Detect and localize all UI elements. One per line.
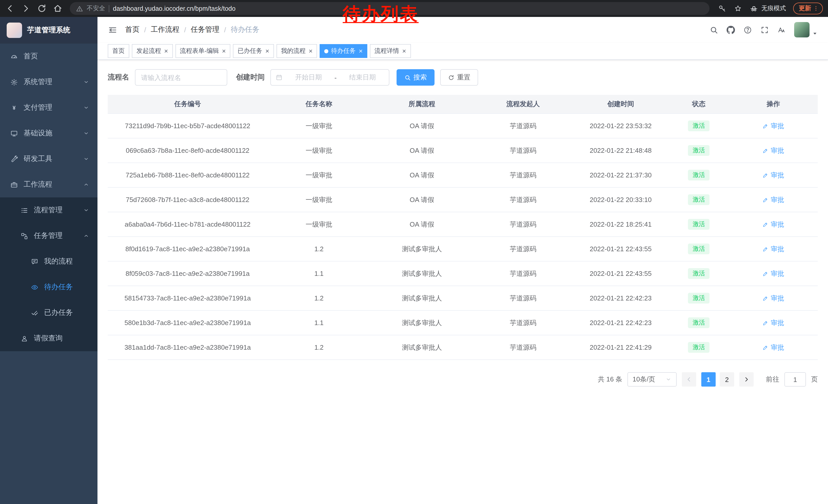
sidebar-item-my-process[interactable]: 我的流程 [0,249,97,274]
sidebar-item-process-manage[interactable]: 流程管理 [0,197,97,223]
tab-item[interactable]: 已办任务× [233,44,274,58]
cell-starter: 芋道源码 [473,261,573,286]
breadcrumb-separator: / [144,26,146,34]
back-icon[interactable] [5,4,15,13]
sidebar-item-dev-tools[interactable]: 研发工具 [0,146,97,172]
approve-link[interactable]: 审批 [762,121,784,131]
approve-link[interactable]: 审批 [762,195,784,204]
tabs-bar: 首页发起流程×流程表单-编辑×已办任务×我的流程×待办任务×流程详情× [97,43,828,60]
cell-starter: 芋道源码 [473,187,573,212]
approve-link[interactable]: 审批 [762,146,784,155]
reset-button[interactable]: 重置 [440,69,478,86]
process-name-input[interactable] [135,69,227,86]
approve-label: 审批 [771,220,784,229]
yen-icon: ¥ [10,104,18,111]
sidebar-item-home[interactable]: 首页 [0,44,97,69]
cell-create-time: 2022-01-22 21:37:30 [573,163,669,187]
cell-create-time: 2022-01-22 21:48:48 [573,138,669,163]
cell-action: 审批 [729,286,818,311]
header-right [709,22,818,37]
cell-task-name: 一级审批 [267,113,370,138]
table-row: 75d72608-7b7f-11ec-a3c8-acde48001122一级审批… [108,187,818,212]
sidebar-item-payment-manage[interactable]: ¥支付管理 [0,95,97,121]
search-button[interactable]: 搜索 [397,69,434,86]
fullscreen-icon[interactable] [760,26,769,34]
update-button[interactable]: 更新 [793,3,823,14]
cell-starter: 芋道源码 [473,286,573,311]
tab-item[interactable]: 首页 [108,44,129,58]
close-icon[interactable]: × [402,48,406,54]
tab-item[interactable]: 待办任务× [320,44,367,58]
key-icon[interactable] [718,4,727,13]
goto-page-input[interactable] [784,372,806,386]
approve-link[interactable]: 审批 [762,269,784,278]
help-icon[interactable] [743,26,752,34]
sidebar-item-done-task[interactable]: 已办任务 [0,300,97,326]
refresh-icon [448,74,455,81]
tab-item[interactable]: 流程表单-编辑× [175,44,230,58]
cell-task-name: 1.2 [267,286,370,311]
status-badge: 激活 [688,342,709,353]
cell-process: 测试多审批人 [370,237,473,261]
tools-icon [10,155,18,163]
cell-create-time: 2022-01-22 20:33:10 [573,187,669,212]
cell-action: 审批 [729,187,818,212]
approve-link[interactable]: 审批 [762,343,784,352]
prev-page-button[interactable] [682,372,696,386]
home-icon[interactable] [53,4,63,13]
approve-link[interactable]: 审批 [762,171,784,180]
breadcrumb-item[interactable]: 首页 [125,25,139,34]
page-number-button[interactable]: 2 [720,372,734,386]
sidebar-item-leave-query[interactable]: 请假查询 [0,326,97,351]
chevron-down-icon [83,79,89,85]
tab-item[interactable]: 发起流程× [132,44,173,58]
sidebar-item-task-manage[interactable]: 任务管理 [0,223,97,249]
tab-label: 流程详情 [374,47,399,55]
status-badge: 激活 [688,170,709,180]
sidebar-item-system-manage[interactable]: 系统管理 [0,69,97,95]
page-number-button[interactable]: 1 [701,372,716,386]
cell-status: 激活 [669,113,729,138]
cell-task-id: 75d72608-7b7f-11ec-a3c8-acde48001122 [108,187,267,212]
page-size-select[interactable]: 10条/页 [627,372,677,386]
security-label: 不安全 [87,4,105,13]
approve-link[interactable]: 审批 [762,220,784,229]
cell-create-time: 2022-01-22 18:25:41 [573,212,669,237]
approve-link[interactable]: 审批 [762,244,784,254]
status-badge: 激活 [688,194,709,205]
hamburger-icon[interactable] [108,25,118,35]
search-icon[interactable] [709,26,718,34]
sidebar-item-workflow[interactable]: 工作流程 [0,172,97,197]
sidebar-item-todo-task[interactable]: 待办任务 [0,274,97,300]
cell-create-time: 2022-01-21 22:42:23 [573,311,669,335]
close-icon[interactable]: × [359,48,363,54]
close-icon[interactable]: × [309,48,313,54]
column-header: 所属流程 [370,95,473,113]
sidebar-item-infrastructure[interactable]: 基础设施 [0,121,97,146]
app: 芋道管理系统 首页系统管理¥支付管理基础设施研发工具工作流程流程管理任务管理我的… [0,17,828,504]
cell-status: 激活 [669,286,729,311]
date-range-picker[interactable]: 开始日期 - 结束日期 [271,69,389,86]
forward-icon[interactable] [21,4,31,13]
star-icon[interactable] [734,4,742,13]
tab-item[interactable]: 我的流程× [277,44,317,58]
table-row: 58154733-7ac8-11ec-a9e2-a2380e71991a1.2测… [108,286,818,311]
approve-link[interactable]: 审批 [762,318,784,327]
reload-icon[interactable] [37,4,47,13]
breadcrumb-item[interactable]: 任务管理 [191,25,219,34]
next-page-button[interactable] [739,372,754,386]
tab-item[interactable]: 流程详情× [370,44,411,58]
cell-task-name: 1.1 [267,261,370,286]
close-icon[interactable]: × [222,48,226,54]
approve-link[interactable]: 审批 [762,293,784,303]
user-menu[interactable] [794,22,818,37]
table-row: 8f0d1619-7ac8-11ec-a9e2-a2380e71991a1.2测… [108,237,818,261]
close-icon[interactable]: × [164,48,168,54]
close-icon[interactable]: × [265,48,269,54]
app-logo[interactable]: 芋道管理系统 [0,17,97,44]
incognito-badge: 无痕模式 [749,4,786,13]
font-size-icon[interactable] [777,26,786,34]
github-icon[interactable] [727,26,735,34]
incognito-icon [749,4,758,13]
breadcrumb-item[interactable]: 工作流程 [151,25,179,34]
